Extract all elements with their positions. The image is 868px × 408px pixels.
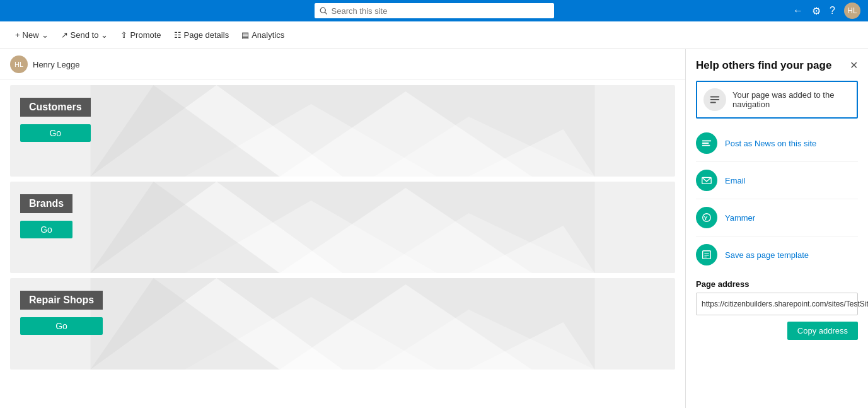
nav-icon-circle — [703, 88, 726, 111]
copy-address-button[interactable]: Copy address — [787, 322, 858, 340]
new-button[interactable]: + New ⌄ — [10, 26, 54, 44]
send-to-label: Send to — [71, 30, 99, 40]
page-address-label: Page address — [696, 279, 858, 289]
divider-2 — [696, 199, 858, 199]
card-content-0: CustomersGo — [10, 85, 101, 154]
yammer-action[interactable]: Y Yammer — [696, 202, 858, 233]
email-icon-circle — [696, 170, 717, 191]
svg-rect-32 — [703, 251, 711, 259]
svg-rect-26 — [702, 141, 711, 142]
page-details-icon: ☷ — [174, 30, 182, 40]
post-news-icon — [701, 137, 712, 149]
card-content-2: Repair ShopsGo — [10, 278, 113, 347]
author-name: Henry Legge — [33, 60, 79, 69]
svg-text:Y: Y — [704, 215, 708, 221]
divider-1 — [696, 161, 858, 162]
help-icon[interactable]: ? — [830, 5, 835, 16]
nav-added-text: Your page was added to the navigation — [732, 90, 850, 109]
post-news-label: Post as News on this site — [725, 139, 816, 148]
svg-rect-23 — [710, 96, 719, 98]
page-address-section: Page address https://citizenbuilders.sha… — [696, 279, 858, 340]
post-news-action[interactable]: Post as News on this site — [696, 127, 858, 159]
email-icon — [701, 175, 712, 186]
save-template-action[interactable]: Save as page template — [696, 239, 858, 271]
svg-rect-28 — [702, 145, 710, 146]
top-bar: ← ⚙ ? HL — [0, 0, 868, 21]
email-action[interactable]: Email — [696, 165, 858, 196]
new-chevron: ⌄ — [42, 30, 49, 40]
page-details-label: Page details — [184, 30, 229, 40]
yammer-icon: Y — [701, 212, 712, 223]
page-address-value: https://citizenbuilders.sharepoint.com/s… — [696, 293, 858, 315]
author-avatar: HL — [10, 55, 28, 73]
card-go-button-2[interactable]: Go — [20, 317, 103, 335]
back-icon[interactable]: ← — [793, 5, 803, 16]
search-input[interactable] — [332, 6, 549, 16]
analytics-label: Analytics — [252, 30, 284, 40]
avatar[interactable]: HL — [844, 3, 860, 19]
nav-icon — [709, 94, 720, 105]
email-label: Email — [725, 176, 746, 185]
divider-3 — [696, 236, 858, 236]
cards-container: CustomersGo BrandsGo Repair ShopsGo — [0, 85, 685, 370]
card-title-2: Repair Shops — [20, 291, 103, 310]
save-template-label: Save as page template — [725, 250, 809, 260]
send-icon: ↗ — [61, 30, 68, 40]
analytics-icon: ▤ — [241, 30, 249, 40]
search-icon — [320, 7, 328, 15]
svg-rect-27 — [702, 143, 709, 144]
promote-icon: ⇧ — [120, 30, 127, 40]
plus-icon: + — [15, 30, 20, 40]
card-go-button-0[interactable]: Go — [20, 124, 91, 142]
toolbar: + New ⌄ ↗ Send to ⌄ ⇧ Promote ☷ Page det… — [0, 21, 868, 49]
card-title-0: Customers — [20, 98, 91, 117]
svg-rect-24 — [710, 99, 719, 100]
close-button[interactable]: ✕ — [850, 61, 858, 71]
svg-rect-25 — [710, 102, 716, 103]
yammer-icon-circle: Y — [696, 207, 717, 228]
card-bg-0 — [10, 85, 675, 177]
card-content-1: BrandsGo — [10, 182, 83, 251]
promote-button[interactable]: ⇧ Promote — [115, 26, 166, 44]
panel-header: Help others find your page ✕ — [696, 59, 858, 72]
main-layout: HL Henry Legge CustomersGo BrandsGo — [0, 49, 868, 408]
card-section-0: CustomersGo — [10, 85, 675, 177]
new-label: New — [23, 30, 39, 40]
analytics-button[interactable]: ▤ Analytics — [236, 26, 289, 44]
nav-added-item: Your page was added to the navigation — [696, 81, 858, 119]
send-to-button[interactable]: ↗ Send to ⌄ — [56, 26, 113, 44]
top-bar-right: ← ⚙ ? HL — [793, 3, 860, 19]
send-chevron: ⌄ — [101, 30, 108, 40]
save-template-icon — [701, 249, 712, 260]
content-area: HL Henry Legge CustomersGo BrandsGo — [0, 49, 685, 408]
card-section-2: Repair ShopsGo — [10, 278, 675, 370]
card-go-button-1[interactable]: Go — [20, 221, 72, 238]
author-bar: HL Henry Legge — [0, 49, 685, 80]
page-details-button[interactable]: ☷ Page details — [169, 26, 234, 44]
search-box[interactable] — [315, 3, 554, 18]
card-title-1: Brands — [20, 194, 72, 213]
yammer-label: Yammer — [725, 213, 755, 223]
right-panel: Help others find your page ✕ Your page w… — [685, 49, 868, 408]
post-news-icon-circle — [696, 132, 717, 154]
card-bg-1 — [10, 182, 675, 273]
card-section-1: BrandsGo — [10, 182, 675, 273]
svg-line-1 — [325, 12, 327, 14]
save-template-icon-circle — [696, 244, 717, 265]
panel-title: Help others find your page — [696, 59, 831, 72]
settings-icon[interactable]: ⚙ — [812, 5, 821, 17]
promote-label: Promote — [130, 30, 161, 40]
